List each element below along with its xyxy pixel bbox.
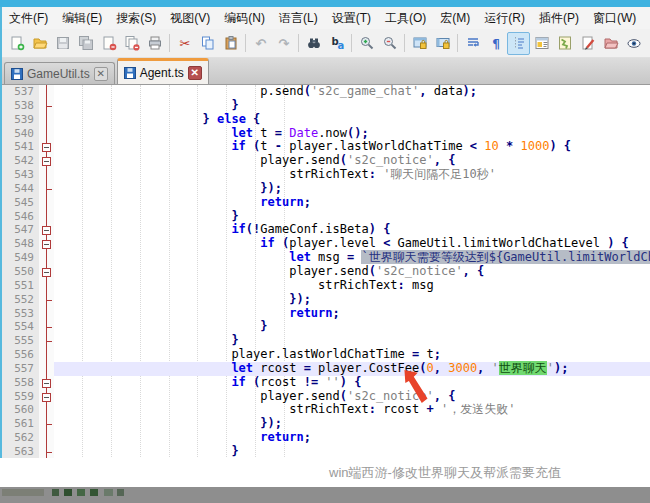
menu-language[interactable]: 语言(L) — [272, 7, 325, 30]
code-text: if (t - player.lastWorldChatTime < 10 * … — [54, 140, 650, 154]
svg-text:↶: ↶ — [255, 36, 266, 51]
menu-macro[interactable]: 宏(M) — [433, 7, 477, 30]
menu-window[interactable]: 窗口(W) — [586, 7, 643, 30]
menu-settings[interactable]: 设置(T) — [325, 7, 378, 30]
window-body: 文件(F)编辑(E)搜索(S)视图(V)编码(N)语言(L)设置(T)工具(O)… — [0, 7, 650, 459]
blurred-fragment — [117, 489, 124, 496]
tab-gameutil-ts[interactable]: GameUtil.ts✕ — [4, 62, 115, 84]
print-icon[interactable] — [143, 32, 166, 55]
fold-margin — [39, 320, 54, 334]
fold-end-mark — [47, 300, 52, 301]
fold-margin[interactable] — [39, 390, 54, 404]
code-line-557: 557 let rcost = player.CostFee(0, 3000, … — [2, 362, 650, 376]
copy-icon[interactable] — [196, 32, 219, 55]
code-text: if (rcost != '') { — [54, 376, 650, 390]
find-icon[interactable] — [302, 32, 325, 55]
line-number: 540 — [2, 127, 39, 141]
fold-margin — [39, 182, 54, 196]
word-wrap-icon[interactable] — [461, 32, 484, 55]
tab-agent-ts[interactable]: Agent.ts✕ — [117, 58, 209, 84]
fold-end-mark — [47, 189, 52, 190]
code-text: let t = Date.now(); — [54, 127, 650, 141]
code-text: player.send('s2c_notice', { — [54, 265, 650, 279]
zoom-out-icon[interactable] — [378, 32, 401, 55]
fold-collapse-icon[interactable] — [42, 157, 51, 166]
line-number: 538 — [2, 99, 39, 113]
code-line-562: 562 return; — [2, 431, 650, 445]
fold-collapse-icon[interactable] — [42, 393, 51, 402]
code-line-553: 553 return; — [2, 307, 650, 321]
menu-view[interactable]: 视图(V) — [163, 7, 217, 30]
menu-plugins[interactable]: 插件(P) — [532, 7, 586, 30]
menu-encoding[interactable]: 编码(N) — [217, 7, 272, 30]
svg-text:↷: ↷ — [278, 36, 289, 51]
menu-file[interactable]: 文件(F) — [2, 7, 55, 30]
toolbar-separator — [404, 34, 405, 52]
close-file-icon[interactable] — [97, 32, 120, 55]
fold-margin — [39, 403, 54, 417]
tab-close-icon[interactable]: ✕ — [188, 66, 202, 80]
fold-margin — [39, 417, 54, 431]
new-file-icon[interactable] — [5, 32, 28, 55]
paste-icon[interactable] — [219, 32, 242, 55]
fold-margin — [39, 293, 54, 307]
document-map-icon[interactable] — [553, 32, 576, 55]
fold-margin[interactable] — [39, 223, 54, 237]
code-text: } — [54, 210, 650, 224]
menu-edit[interactable]: 编辑(E) — [55, 7, 109, 30]
svg-text:a: a — [337, 40, 344, 51]
replace-icon[interactable]: ba — [325, 32, 348, 55]
fold-collapse-icon[interactable] — [42, 143, 51, 152]
menu-search[interactable]: 搜索(S) — [109, 7, 163, 30]
menu-run[interactable]: 运行(R) — [477, 7, 532, 30]
line-number: 553 — [2, 307, 39, 321]
fold-margin[interactable] — [39, 140, 54, 154]
svg-text:✂: ✂ — [179, 36, 190, 51]
redo-icon[interactable]: ↷ — [272, 32, 295, 55]
fold-margin[interactable] — [39, 237, 54, 251]
fold-end-mark — [47, 341, 52, 342]
fold-end-mark — [47, 106, 52, 107]
code-editor[interactable]: 537 p.send('s2c_game_chat', data);538 }5… — [2, 85, 650, 459]
sync-horizontal-icon[interactable] — [431, 32, 454, 55]
line-number: 546 — [2, 210, 39, 224]
fold-margin — [39, 251, 54, 265]
menu-tools[interactable]: 工具(O) — [378, 7, 433, 30]
caption-area: win端西游-修改世界聊天及帮派需要充值 — [0, 458, 650, 487]
sync-vertical-icon[interactable] — [408, 32, 431, 55]
saved-floppy-icon — [124, 67, 136, 79]
open-file-icon[interactable] — [28, 32, 51, 55]
fold-margin[interactable] — [39, 265, 54, 279]
code-line-547: 547 if(!GameConf.isBeta) { — [2, 223, 650, 237]
code-line-561: 561 }); — [2, 417, 650, 431]
fold-margin — [39, 279, 54, 293]
blurred-fragment — [90, 489, 98, 496]
define-language-icon[interactable] — [576, 32, 599, 55]
indent-guide-icon[interactable] — [507, 32, 530, 55]
line-number: 561 — [2, 417, 39, 431]
fold-collapse-icon[interactable] — [42, 379, 51, 388]
fold-margin[interactable] — [39, 376, 54, 390]
code-line-550: 550 player.send('s2c_notice', { — [2, 265, 650, 279]
save-all-icon[interactable] — [74, 32, 97, 55]
show-all-characters-icon[interactable]: ¶ — [484, 32, 507, 55]
line-number: 544 — [2, 182, 39, 196]
tab-close-icon[interactable]: ✕ — [94, 67, 108, 81]
folder-workspace-icon[interactable] — [599, 32, 622, 55]
line-number: 550 — [2, 265, 39, 279]
undo-icon[interactable]: ↶ — [249, 32, 272, 55]
fold-collapse-icon[interactable] — [42, 226, 51, 235]
close-all-icon[interactable] — [120, 32, 143, 55]
fold-collapse-icon[interactable] — [42, 240, 51, 249]
function-list-icon[interactable] — [530, 32, 553, 55]
save-icon[interactable] — [51, 32, 74, 55]
zoom-in-icon[interactable] — [355, 32, 378, 55]
cut-icon[interactable]: ✂ — [173, 32, 196, 55]
code-text: if(!GameConf.isBeta) { — [54, 223, 650, 237]
line-number: 542 — [2, 154, 39, 168]
fold-margin[interactable] — [39, 154, 54, 168]
fold-collapse-icon[interactable] — [42, 268, 51, 277]
document-peek-icon[interactable] — [622, 32, 645, 55]
toolbar-separator — [457, 34, 458, 52]
code-line-546: 546 } — [2, 210, 650, 224]
